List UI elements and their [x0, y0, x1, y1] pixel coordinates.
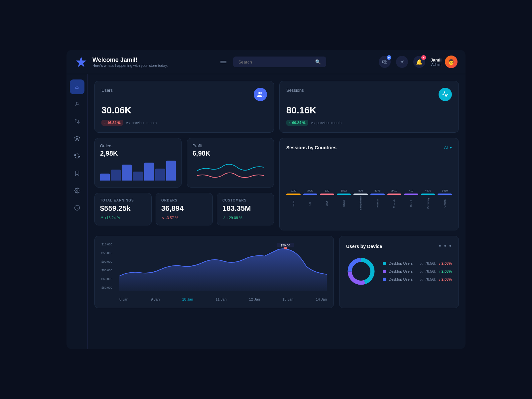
users-icon — [254, 88, 267, 101]
sidebar-item-user[interactable] — [70, 97, 84, 111]
sessions-change-badge: ↑ 60.24 % — [286, 120, 308, 126]
device-dot-3 — [383, 278, 386, 281]
welcome-subtitle: Here's what's happening with your store … — [92, 64, 168, 67]
header: Welcome Jamil! Here's what's happening w… — [66, 50, 466, 74]
orders-chart-card: Orders 2,98K — [94, 138, 182, 188]
profit-line-chart — [193, 161, 268, 181]
stats-row: TOTAL EARNINGS $559.25k ↗ +16.24 % ORDER… — [94, 193, 274, 225]
cart-button[interactable]: 🛍 9 — [379, 56, 391, 68]
area-chart-container: $18,000 $55,000 $90,000 $80,000 $60,000 … — [101, 243, 327, 296]
orders-chart-value: 2,98K — [100, 150, 176, 157]
orders-bar-3 — [122, 165, 132, 181]
date-14jan: 14 Jan — [316, 297, 327, 301]
orders-stat-change: ↘ -3.57 % — [161, 215, 207, 220]
search-input[interactable] — [238, 60, 312, 65]
orders-bar-2 — [111, 170, 121, 181]
area-chart-card: $18,000 $55,000 $90,000 $80,000 $60,000 … — [94, 236, 334, 308]
device-item-3: Desktop Users 78.56k ↓ 2.08% — [383, 277, 452, 281]
orders-arrow: ↘ — [161, 215, 164, 220]
sessions-filter[interactable]: All ▾ — [444, 145, 452, 150]
search-icon: 🔍 — [315, 59, 321, 65]
users-card: Users 30.06K ↓ 16.24 % vs. previous mont… — [94, 81, 274, 133]
top-row: Users 30.06K ↓ 16.24 % vs. previous mont… — [94, 81, 459, 133]
sessions-value: 80.16K — [286, 105, 452, 116]
users-arrow-icon: ↓ — [104, 121, 106, 125]
profit-chart-card: Profit 6,98K — [187, 138, 274, 188]
users-label: Users — [101, 88, 113, 93]
theme-toggle[interactable]: ☀ — [396, 56, 408, 68]
left-middle: Orders 2,98K — [94, 138, 274, 230]
total-earnings-change: ↗ +16.24 % — [100, 215, 146, 220]
customers-stat-label: CUSTOMERS — [222, 199, 268, 202]
device-dot-2 — [383, 270, 386, 273]
more-options-button[interactable]: • • • — [439, 243, 452, 250]
users-change-badge: ↓ 16.24 % — [101, 120, 123, 126]
sidebar-item-transfer[interactable] — [70, 114, 84, 129]
svg-point-1 — [76, 102, 78, 104]
menu-button[interactable] — [220, 61, 226, 63]
sessions-card: Sessions 80.16K ↑ 60.24 % vs. previous m… — [279, 81, 459, 133]
customers-arrow: ↗ — [222, 215, 225, 220]
bottom-row: $18,000 $55,000 $90,000 $80,000 $60,000 … — [94, 236, 459, 308]
orders-stat-value: 36,894 — [161, 204, 207, 213]
notification-button[interactable]: 🔔 ● — [413, 56, 425, 68]
header-center: 🔍 — [175, 57, 372, 67]
device-item-1: Desktop Users 78.56k ↓ 2.08% — [383, 261, 452, 265]
users-footer: ↓ 16.24 % vs. previous month — [101, 120, 267, 126]
bar-China: 1532 China — [337, 189, 351, 210]
sessions-countries-title: Sessions by Countries — [286, 145, 336, 150]
user-info: Jamil Admin — [431, 58, 442, 66]
notification-badge: ● — [421, 55, 426, 60]
bar-Brazil: 410 Brazil — [404, 189, 418, 210]
bar-Bangladesh: 876 Bangladesh — [353, 189, 368, 210]
svg-point-15 — [421, 278, 422, 279]
device-name-1: Desktop Users — [389, 261, 418, 265]
orders-bar-7 — [166, 161, 176, 181]
sidebar-item-layers[interactable] — [70, 131, 84, 146]
device-users-2: 78.56k — [420, 269, 436, 273]
svg-point-6 — [258, 92, 261, 94]
profit-chart-value: 6,98K — [193, 150, 268, 157]
device-list: Desktop Users 78.56k ↓ 2.08% Deskto — [383, 261, 452, 281]
date-13jan: 13 Jan — [282, 297, 293, 301]
orders-bar-5 — [144, 163, 154, 181]
avatar: 👨 — [445, 56, 458, 68]
sidebar-item-info[interactable] — [70, 200, 84, 215]
orders-stat-card: ORDERS 36,894 ↘ -3.57 % — [156, 193, 213, 225]
bar-UK: 3420 UK — [303, 189, 318, 210]
date-12jan: 12 Jan — [249, 297, 260, 301]
device-title: Users by Device — [346, 244, 382, 249]
svg-area-wrapper: $50.00 — [119, 243, 327, 296]
earnings-arrow: ↗ — [100, 215, 103, 220]
sessions-vs-text: vs. previous month — [311, 121, 341, 125]
users-card-header: Users — [101, 88, 267, 101]
bar-chart: 1020 India 3420 UK — [286, 157, 452, 223]
device-users-1: 78.56k — [420, 261, 436, 265]
svg-point-13 — [421, 262, 422, 263]
sidebar-item-home[interactable]: ⌂ — [70, 79, 84, 94]
device-card-header: Users by Device • • • — [346, 243, 452, 250]
sidebar-item-refresh[interactable] — [70, 149, 84, 163]
sessions-change: 60.24 % — [292, 121, 306, 125]
bar-USA: 120 USA — [320, 189, 334, 210]
total-earnings-label: TOTAL EARNINGS — [100, 199, 146, 202]
user-area[interactable]: Jamil Admin 👨 — [431, 56, 458, 68]
date-8jan: 8 Jan — [119, 297, 128, 301]
sidebar-item-settings[interactable] — [70, 183, 84, 198]
device-users-3: 78.56k — [420, 277, 436, 281]
sessions-icon — [439, 88, 452, 101]
device-pct-1: ↓ 2.08% — [439, 261, 452, 265]
sidebar-item-bookmark[interactable] — [70, 166, 84, 181]
bar-Russia: 3076 Russia — [370, 189, 385, 210]
orders-bar-6 — [155, 169, 165, 181]
total-earnings-card: TOTAL EARNINGS $559.25k ↗ +16.24 % — [94, 193, 152, 225]
profit-chart-label: Profit — [193, 144, 268, 148]
dashboard: Users 30.06K ↓ 16.24 % vs. previous mont… — [88, 74, 466, 349]
date-11jan: 11 Jan — [215, 297, 226, 301]
bar-Ghana: 1410 Ghana — [438, 189, 452, 210]
sessions-chart-area: 1020 India 3420 UK — [286, 157, 452, 223]
middle-row: Orders 2,98K — [94, 138, 459, 230]
customers-stat-change: ↗ +29.08 % — [222, 215, 268, 220]
header-right: 🛍 9 ☀ 🔔 ● Jamil Admin 👨 — [379, 56, 458, 68]
search-bar: 🔍 — [233, 57, 326, 67]
